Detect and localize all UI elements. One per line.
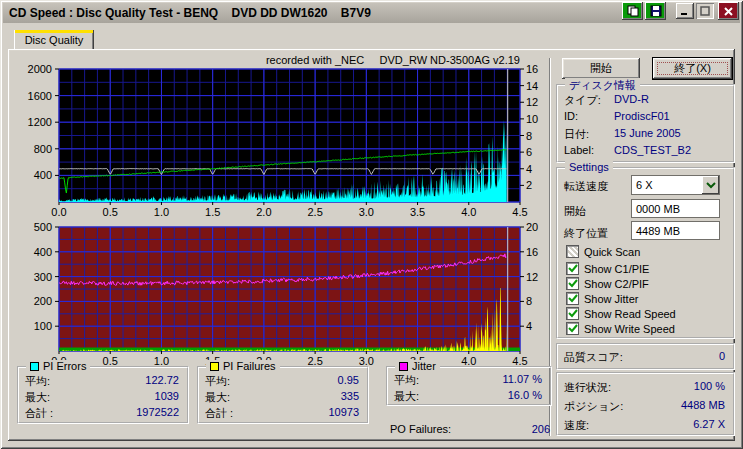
pi-errors-legend-swatch [30,362,39,371]
speed-select[interactable]: 6 X [631,175,720,195]
quality-score-group: 品質スコア: 0 [556,343,735,370]
pi-errors-title: PI Errors [43,360,86,372]
end-pos-field[interactable]: 4489 MB [631,221,720,240]
svg-text:100: 100 [34,320,52,332]
copy-button[interactable] [622,2,643,20]
jitter-max: 16.0 % [508,389,542,404]
disc-date-label: 日付: [564,127,589,142]
pi-errors-group: PI Errors 平均:122.72 最大:1039 合計 :1972522 [17,366,189,424]
tab-disc-quality[interactable]: Disc Quality [14,30,94,50]
checkbox-box [566,245,579,258]
progress-value: 100 % [694,380,725,395]
svg-text:16: 16 [526,246,538,258]
save-icon [650,5,662,17]
svg-text:4.0: 4.0 [461,206,476,218]
svg-text:800: 800 [34,143,52,155]
pi-failures-title: PI Failures [223,360,276,372]
svg-text:14: 14 [526,80,538,92]
quality-score-value: 0 [719,350,725,365]
checkbox-box [566,292,579,305]
pi-failures-group: PI Failures 平均:0.95 最大:335 合計 :10973 [197,366,369,424]
jitter-avg: 11.07 % [502,373,542,388]
disc-id-value: ProdiscF01 [614,110,670,122]
svg-text:1.5: 1.5 [205,206,220,218]
svg-text:2.0: 2.0 [256,206,271,218]
svg-text:16: 16 [526,63,538,75]
copy-icon [627,5,639,17]
pi-failures-avg: 0.95 [338,374,359,389]
svg-text:1.0: 1.0 [154,206,169,218]
minimize-icon [680,6,690,16]
svg-text:20: 20 [526,221,538,233]
end-pos-label: 終了位置 [564,226,608,241]
minimize-button[interactable] [676,3,694,19]
svg-text:2: 2 [526,179,532,191]
svg-text:recorded with _NEC DVD_RW: recorded with _NEC DVD_RW ND-3500AG v2.1… [266,55,520,66]
chevron-down-icon[interactable] [702,176,719,194]
window-title: CD Speed : Disc Quality Test - BENQ DVD … [9,6,371,20]
disc-label-label: Label: [564,144,594,156]
disc-type-value: DVD-R [614,93,649,105]
po-failures-row: PO Failures: 206 [390,423,550,435]
svg-text:8: 8 [526,295,532,307]
tab-label: Disc Quality [25,34,84,46]
svg-text:3.5: 3.5 [410,206,425,218]
disc-info-title: ディスク情報 [565,78,640,93]
disc-id-label: ID: [564,110,578,122]
checkbox-box [566,262,579,275]
check-icon [568,264,578,273]
progress-label: 進行状況: [564,380,611,395]
pi-failures-total: 10973 [328,406,359,421]
disc-label-value: CDS_TEST_B2 [614,144,691,156]
close-button[interactable] [718,2,739,20]
speed-readout-value: 6.27 X [693,418,725,433]
svg-text:1200: 1200 [28,116,52,128]
jitter-group: Jitter 平均:11.07 % 最大:16.0 % [386,366,552,406]
settings-group: Settings 転送速度 6 X 開始 0000 MB 終了位置 4489 M… [556,167,735,339]
svg-text:12: 12 [526,271,538,283]
po-failures-label: PO Failures: [390,423,451,435]
svg-text:12: 12 [526,96,538,108]
check-icon [568,309,578,318]
start-pos-label: 開始 [564,204,586,219]
svg-text:10: 10 [526,113,538,125]
pi-errors-avg: 122.72 [145,374,179,389]
jitter-legend-swatch [399,362,408,371]
speed-readout-label: 速度: [564,418,589,433]
checkbox-box [566,322,579,335]
progress-group: 進行状況: 100 % ポジション: 4488 MB 速度: 6.27 X [556,372,735,436]
checkbox-box [566,277,579,290]
position-value: 4488 MB [681,399,725,414]
tab-accent [14,30,94,33]
svg-text:4.5: 4.5 [512,206,527,218]
svg-text:3.0: 3.0 [359,206,374,218]
save-button[interactable] [645,2,666,20]
svg-text:0.0: 0.0 [51,206,66,218]
jitter-title: Jitter [412,360,436,372]
quality-charts: 2000160012008004001614121086420.00.51.01… [8,55,553,367]
svg-text:2000: 2000 [28,63,52,75]
checkbox-quick-scan[interactable]: Quick Scan [566,245,640,258]
disc-info-group: ディスク情報 タイプ: DVD-R ID: ProdiscF01 日付: 15 … [556,84,735,163]
maximize-icon [700,6,710,16]
svg-text:4: 4 [526,320,532,332]
start-scan-button[interactable]: 開始 [562,58,640,79]
svg-text:0.5: 0.5 [103,206,118,218]
checkbox-show-c1-pie[interactable]: Show C1/PIE [566,262,649,275]
pi-failures-max: 335 [341,390,359,405]
check-icon [568,279,578,288]
svg-text:2.5: 2.5 [307,206,322,218]
svg-text:400: 400 [34,169,52,181]
start-pos-field[interactable]: 0000 MB [631,199,720,218]
stop-scan-button[interactable]: 終了(X) [652,57,733,80]
checkbox-show-write-speed[interactable]: Show Write Speed [566,322,675,335]
svg-text:300: 300 [34,271,52,283]
speed-label: 転送速度 [564,179,608,194]
checkbox-show-c2-pif[interactable]: Show C2/PIF [566,277,649,290]
svg-text:1600: 1600 [28,90,52,102]
checkbox-show-jitter[interactable]: Show Jitter [566,292,638,305]
disc-type-label: タイプ: [564,93,601,108]
checkbox-show-read-speed[interactable]: Show Read Speed [566,307,676,320]
svg-text:400: 400 [34,246,52,258]
maximize-button[interactable] [696,3,714,19]
